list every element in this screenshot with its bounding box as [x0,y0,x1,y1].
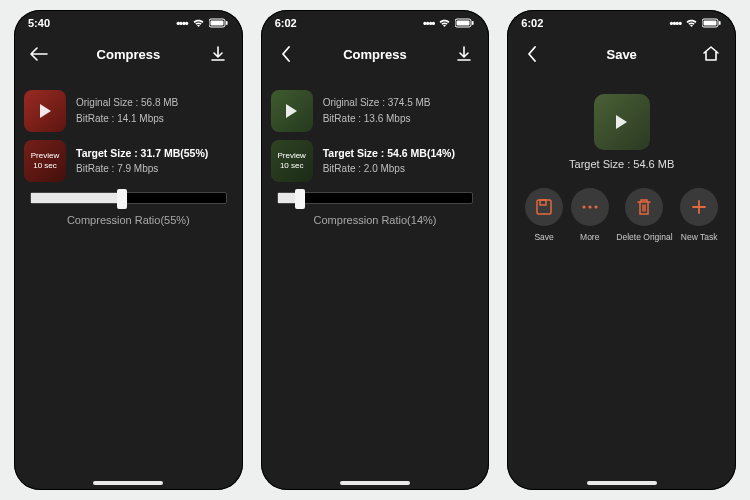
svg-rect-9 [537,200,551,214]
home-indicator[interactable] [340,481,410,485]
svg-rect-4 [457,21,470,26]
screen-save: 6:02 •••• Save Target Size : 54.6 MB [507,10,736,490]
download-icon[interactable] [453,43,475,65]
content: Original Size : 56.8 MB BitRate : 14.1 M… [14,72,243,236]
target-size-label: Target Size : 54.6 MB(14%) [323,145,455,162]
signal-icon: •••• [176,17,187,29]
home-indicator[interactable] [587,481,657,485]
svg-rect-8 [719,21,721,25]
button-label: New Task [681,232,718,242]
nav-bar: Compress [14,36,243,72]
screen-compress-2: 6:02 •••• Compress Original Size : 374.5… [261,10,490,490]
target-bitrate-label: BitRate : 7.9 Mbps [76,161,208,177]
home-indicator[interactable] [93,481,163,485]
original-row: Original Size : 56.8 MB BitRate : 14.1 M… [24,90,233,132]
more-button[interactable]: More [571,188,609,242]
svg-rect-7 [704,21,717,26]
signal-icon: •••• [670,17,681,29]
button-label: More [580,232,599,242]
wifi-icon [685,18,698,28]
compression-slider[interactable] [271,192,480,204]
back-icon[interactable] [28,43,50,65]
plus-icon [680,188,718,226]
save-button[interactable]: Save [525,188,563,242]
clock: 5:40 [28,17,50,29]
svg-point-13 [594,205,597,208]
preview-badge-time: 10 sec [280,161,304,171]
play-icon [616,115,627,129]
preview-badge-time: 10 sec [33,161,57,171]
play-icon [286,104,297,118]
play-icon [40,104,51,118]
original-size-label: Original Size : 374.5 MB [323,95,431,111]
compression-ratio-label: Compression Ratio(55%) [24,214,233,226]
trash-icon [625,188,663,226]
delete-original-button[interactable]: Delete Original [616,188,672,242]
content: Original Size : 374.5 MB BitRate : 13.6 … [261,72,490,236]
clock: 6:02 [275,17,297,29]
svg-rect-1 [210,21,223,26]
battery-icon [209,18,229,28]
new-task-button[interactable]: New Task [680,188,718,242]
nav-bar: Compress [261,36,490,72]
status-bar: 6:02 •••• [507,10,736,36]
video-thumbnail[interactable] [24,90,66,132]
signal-icon: •••• [423,17,434,29]
button-label: Delete Original [616,232,672,242]
page-title: Compress [297,47,454,62]
original-bitrate-label: BitRate : 14.1 Mbps [76,111,178,127]
svg-rect-2 [226,21,228,25]
original-size-label: Original Size : 56.8 MB [76,95,178,111]
preview-thumbnail[interactable]: Preview 10 sec [24,140,66,182]
wifi-icon [438,18,451,28]
target-row: Preview 10 sec Target Size : 31.7 MB(55%… [24,140,233,182]
target-row: Preview 10 sec Target Size : 54.6 MB(14%… [271,140,480,182]
svg-rect-10 [540,200,546,205]
original-row: Original Size : 374.5 MB BitRate : 13.6 … [271,90,480,132]
target-bitrate-label: BitRate : 2.0 Mbps [323,161,455,177]
download-icon[interactable] [207,43,229,65]
content: Target Size : 54.6 MB Save More Delete O… [507,72,736,252]
compression-ratio-label: Compression Ratio(14%) [271,214,480,226]
battery-icon [702,18,722,28]
target-size-label: Target Size : 31.7 MB(55%) [76,145,208,162]
nav-bar: Save [507,36,736,72]
result-target-size: Target Size : 54.6 MB [517,158,726,170]
video-thumbnail[interactable] [271,90,313,132]
compression-slider[interactable] [24,192,233,204]
original-bitrate-label: BitRate : 13.6 Mbps [323,111,431,127]
wifi-icon [192,18,205,28]
result-thumbnail[interactable] [594,94,650,150]
action-row: Save More Delete Original New Task [517,188,726,242]
page-title: Save [543,47,700,62]
svg-rect-5 [472,21,474,25]
save-icon [525,188,563,226]
home-icon[interactable] [700,43,722,65]
status-bar: 5:40 •••• [14,10,243,36]
back-icon[interactable] [275,43,297,65]
clock: 6:02 [521,17,543,29]
preview-badge-text: Preview [31,151,59,161]
battery-icon [455,18,475,28]
preview-thumbnail[interactable]: Preview 10 sec [271,140,313,182]
back-icon[interactable] [521,43,543,65]
button-label: Save [534,232,553,242]
preview-badge-text: Preview [277,151,305,161]
screen-compress-1: 5:40 •••• Compress Original Size : 56.8 … [14,10,243,490]
more-icon [571,188,609,226]
page-title: Compress [50,47,207,62]
svg-point-12 [588,205,591,208]
status-bar: 6:02 •••• [261,10,490,36]
svg-point-11 [582,205,585,208]
